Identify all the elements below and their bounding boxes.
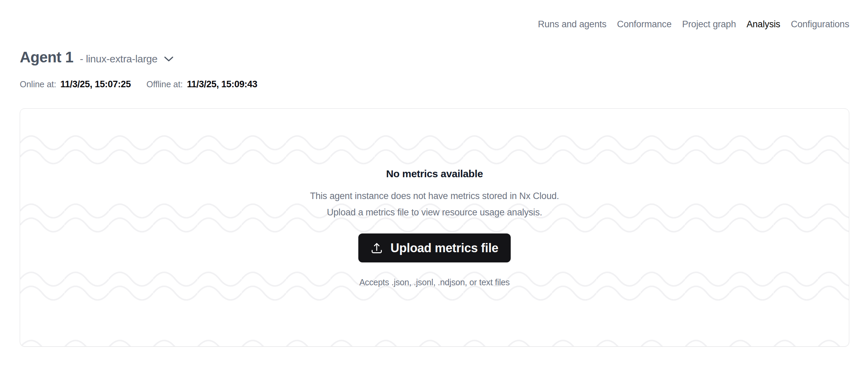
upload-icon (371, 242, 383, 254)
empty-state-content: No metrics available This agent instance… (20, 109, 849, 288)
agent-timestamps: Online at: 11/3/25, 15:07:25 Offline at:… (20, 78, 257, 90)
nav-runs-and-agents[interactable]: Runs and agents (538, 18, 607, 30)
nav-conformance[interactable]: Conformance (617, 18, 672, 30)
offline-at-value: 11/3/25, 15:09:43 (187, 78, 257, 90)
page-title: Agent 1 (20, 48, 73, 66)
nav-configurations[interactable]: Configurations (791, 18, 849, 30)
accepted-file-types: Accepts .json, .jsonl, .ndjson, or text … (359, 277, 510, 288)
online-at-label: Online at: (20, 78, 56, 90)
chevron-down-icon[interactable] (162, 52, 176, 66)
nav-project-graph[interactable]: Project graph (682, 18, 736, 30)
upload-metrics-button[interactable]: Upload metrics file (358, 233, 510, 262)
empty-state-description-line-2: Upload a metrics file to view resource u… (310, 204, 559, 221)
offline-at: Offline at: 11/3/25, 15:09:43 (147, 78, 257, 90)
nav-analysis[interactable]: Analysis (747, 18, 780, 30)
agent-title-row: Agent 1 - linux-extra-large (20, 48, 176, 66)
empty-state-title: No metrics available (386, 167, 483, 180)
online-at: Online at: 11/3/25, 15:07:25 (20, 78, 131, 90)
upload-button-label: Upload metrics file (390, 241, 498, 255)
empty-state-description: This agent instance does not have metric… (310, 188, 559, 221)
online-at-value: 11/3/25, 15:07:25 (60, 78, 131, 90)
offline-at-label: Offline at: (147, 78, 183, 90)
top-nav: Runs and agents Conformance Project grap… (538, 18, 849, 30)
metrics-empty-state-card: No metrics available This agent instance… (20, 108, 849, 347)
agent-analysis-page: Runs and agents Conformance Project grap… (0, 0, 868, 379)
empty-state-description-line-1: This agent instance does not have metric… (310, 188, 559, 204)
agent-launch-template: - linux-extra-large (80, 52, 158, 65)
